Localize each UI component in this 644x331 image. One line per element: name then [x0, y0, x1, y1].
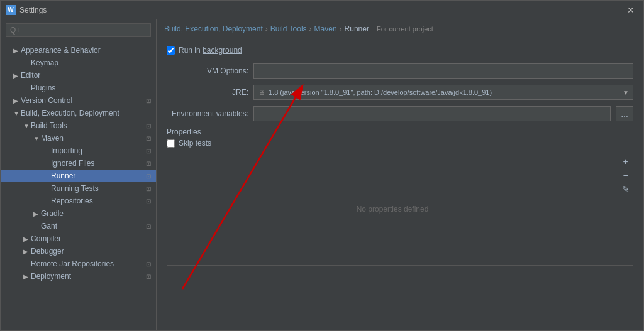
title-bar: W Settings ✕	[1, 1, 643, 19]
sidebar-item-label: Repositories	[51, 197, 143, 205]
properties-actions-sidebar: + − ✎	[618, 153, 633, 265]
sidebar-tree: ▶ Appearance & Behavior Keymap ▶ Editor …	[1, 41, 156, 330]
jre-select[interactable]: 🖥 1.8 (java version "1.8.0_91", path: D:…	[253, 85, 633, 100]
breadcrumb: Build, Execution, Deployment › Build Too…	[157, 19, 643, 38]
jre-label: JRE:	[167, 88, 248, 97]
sidebar-item-repositories[interactable]: Repositories ⊡	[1, 195, 156, 207]
sync-icon: ⊡	[146, 273, 151, 280]
sidebar-item-remote-jar-repos[interactable]: Remote Jar Repositories ⊡	[1, 258, 156, 270]
env-vars-row: Environment variables: ...	[167, 106, 633, 121]
sidebar-item-appearance[interactable]: ▶ Appearance & Behavior	[1, 44, 156, 57]
edit-property-button[interactable]: ✎	[620, 183, 631, 195]
window-title: Settings	[19, 6, 619, 14]
expand-arrow: ▼	[13, 110, 21, 117]
sidebar-item-label: Build, Execution, Deployment	[21, 109, 151, 117]
properties-title: Properties	[167, 128, 633, 136]
jre-dropdown-arrow: ▼	[623, 89, 629, 96]
sidebar-item-label: Maven	[41, 134, 143, 143]
sidebar-item-label: Deployment	[31, 272, 143, 281]
sidebar-item-keymap[interactable]: Keymap	[1, 57, 156, 69]
breadcrumb-suffix: For current project	[377, 25, 433, 33]
expand-arrow: ▶	[23, 248, 31, 255]
properties-panel: No properties defined + − ✎	[167, 153, 633, 266]
run-in-background-row: Run in background	[167, 46, 633, 55]
properties-section: Properties Skip tests No properties defi…	[167, 128, 633, 266]
breadcrumb-build-tools[interactable]: Build Tools	[270, 24, 307, 33]
sidebar-item-ignored-files[interactable]: Ignored Files ⊡	[1, 157, 156, 170]
sidebar-item-build-exec-deploy[interactable]: ▼ Build, Execution, Deployment	[1, 107, 156, 119]
breadcrumb-sep-2: ›	[309, 24, 312, 33]
sync-icon: ⊡	[146, 198, 151, 205]
sidebar-item-build-tools[interactable]: ▼ Build Tools ⊡	[1, 119, 156, 132]
sidebar-item-label: Importing	[51, 146, 143, 155]
sync-icon: ⊡	[146, 160, 151, 167]
sidebar-item-label: Editor	[21, 71, 151, 80]
sync-icon: ⊡	[146, 173, 151, 180]
sync-icon: ⊡	[146, 122, 151, 129]
vm-options-input[interactable]	[253, 63, 633, 79]
sidebar-item-label: Version Control	[21, 96, 143, 105]
sidebar-item-label: Build Tools	[31, 121, 143, 130]
sidebar-item-label: Appearance & Behavior	[21, 46, 151, 55]
settings-window: W Settings ✕ ▶ Appearance & Behavior Key…	[0, 0, 644, 331]
breadcrumb-sep-1: ›	[265, 24, 268, 33]
run-in-background-checkbox[interactable]	[167, 46, 175, 55]
breadcrumb-sep-3: ›	[340, 24, 342, 33]
run-in-background-label[interactable]: Run in background	[179, 46, 242, 55]
env-vars-dots-button[interactable]: ...	[616, 106, 633, 121]
sidebar-item-label: Compiler	[31, 234, 151, 243]
sidebar-item-label: Ignored Files	[51, 159, 143, 168]
sidebar-item-maven[interactable]: ▼ Maven ⊡	[1, 132, 156, 144]
expand-arrow: ▼	[33, 135, 41, 142]
sidebar-item-label: Keymap	[31, 58, 151, 67]
env-vars-input[interactable]	[253, 106, 611, 121]
sidebar-item-importing[interactable]: Importing ⊡	[1, 144, 156, 157]
sidebar-item-label: Gradle	[41, 209, 151, 218]
search-input[interactable]	[6, 23, 151, 37]
sidebar-item-label: Runner	[51, 171, 143, 180]
skip-tests-label[interactable]: Skip tests	[179, 139, 211, 148]
sync-icon: ⊡	[146, 148, 151, 155]
sidebar: ▶ Appearance & Behavior Keymap ▶ Editor …	[1, 19, 157, 330]
breadcrumb-runner: Runner	[345, 24, 369, 33]
sidebar-item-compiler[interactable]: ▶ Compiler	[1, 232, 156, 245]
expand-arrow: ▶	[13, 72, 21, 79]
sidebar-item-label: Remote Jar Repositories	[31, 259, 143, 268]
expand-arrow: ▶	[13, 47, 21, 54]
sidebar-item-editor[interactable]: ▶ Editor	[1, 69, 156, 82]
main-content-area: ▶ Appearance & Behavior Keymap ▶ Editor …	[1, 19, 643, 330]
sync-icon: ⊡	[146, 261, 151, 268]
sidebar-item-gant[interactable]: Gant ⊡	[1, 220, 156, 232]
sidebar-item-version-control[interactable]: ▶ Version Control ⊡	[1, 94, 156, 107]
properties-empty-text: No properties defined	[167, 153, 618, 265]
add-property-button[interactable]: +	[620, 156, 631, 167]
sidebar-item-label: Debugger	[31, 247, 151, 256]
search-box	[1, 19, 156, 41]
jre-select-value: 1.8 (java version "1.8.0_91", path: D:/d…	[269, 89, 623, 96]
sidebar-item-debugger[interactable]: ▶ Debugger	[1, 245, 156, 258]
env-vars-label: Environment variables:	[167, 109, 248, 118]
expand-arrow: ▶	[13, 97, 21, 104]
sidebar-item-running-tests[interactable]: Running Tests ⊡	[1, 182, 156, 195]
sync-icon: ⊡	[146, 97, 151, 104]
close-button[interactable]: ✕	[623, 4, 638, 16]
sidebar-item-label: Gant	[41, 222, 143, 231]
sidebar-item-gradle[interactable]: ▶ Gradle	[1, 207, 156, 220]
app-icon: W	[6, 5, 16, 15]
expand-arrow: ▼	[23, 122, 31, 129]
skip-tests-checkbox[interactable]	[167, 139, 175, 148]
sidebar-item-deployment[interactable]: ▶ Deployment ⊡	[1, 270, 156, 283]
breadcrumb-build-exec-deploy[interactable]: Build, Execution, Deployment	[164, 24, 263, 33]
remove-property-button[interactable]: −	[620, 170, 631, 181]
expand-arrow: ▶	[23, 273, 31, 280]
background-underline: background	[203, 46, 242, 55]
sidebar-item-runner[interactable]: Runner ⊡	[1, 170, 156, 182]
vm-options-row: VM Options:	[167, 63, 633, 79]
breadcrumb-maven[interactable]: Maven	[314, 24, 337, 33]
sidebar-item-plugins[interactable]: Plugins	[1, 82, 156, 94]
sidebar-item-label: Running Tests	[51, 184, 143, 193]
sync-icon: ⊡	[146, 223, 151, 230]
expand-arrow: ▶	[33, 210, 41, 217]
sync-icon: ⊡	[146, 135, 151, 142]
form-content: Run in background VM Options: JRE: 🖥 1.8…	[157, 38, 643, 330]
